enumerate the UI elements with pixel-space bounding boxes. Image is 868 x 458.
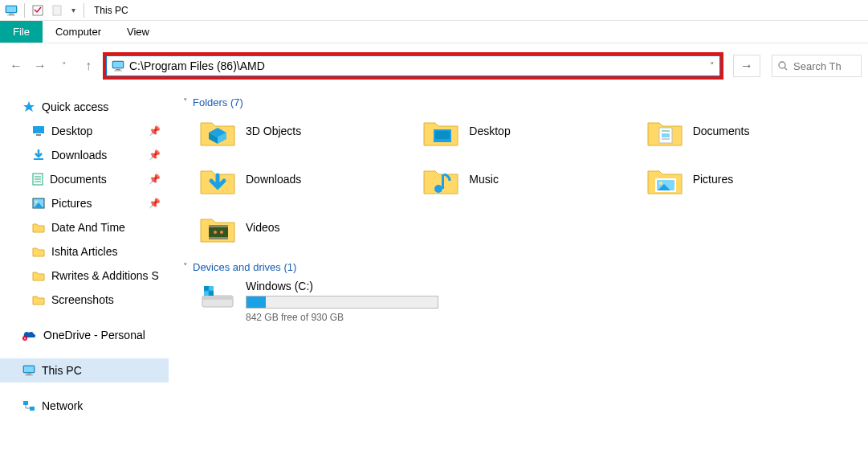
back-button[interactable]: ← [6,56,26,76]
address-bar-row: ← → ˅ ↑ ˅ → [0,43,868,88]
svg-rect-46 [209,225,228,227]
sidebar-item-pictures[interactable]: Pictures 📌 [0,191,169,215]
sidebar-quick-access[interactable]: Quick access [0,95,169,119]
sidebar-network[interactable]: Network [0,394,169,418]
capacity-fill [247,296,266,308]
svg-text:✕: ✕ [23,336,26,341]
svg-rect-7 [113,62,123,67]
folder-label: Documents [693,125,750,137]
drives-group-header[interactable]: ˅ Devices and drives (1) [183,261,854,273]
sidebar-item-desktop[interactable]: Desktop 📌 [0,119,169,143]
window-title: This PC [94,5,128,16]
svg-point-48 [214,231,217,234]
svg-rect-26 [24,366,34,372]
svg-rect-38 [662,133,670,137]
svg-rect-9 [114,71,122,72]
sidebar-label: OneDrive - Personal [43,329,145,341]
folder-pictures[interactable]: Pictures [646,163,854,195]
svg-rect-47 [209,237,228,239]
tab-file[interactable]: File [0,21,43,43]
folder-videos[interactable]: Videos [199,211,406,243]
download-icon [32,149,45,162]
folder-desktop[interactable]: Desktop [422,115,630,147]
dropdown-icon[interactable]: ▾ [71,6,75,14]
folder-icon [32,294,45,305]
search-input[interactable] [793,60,850,72]
sidebar-item-folder[interactable]: Rwrites & Additions S [0,264,169,288]
sidebar-item-folder[interactable]: Screenshots [0,288,169,312]
properties-icon[interactable] [30,2,46,18]
svg-rect-3 [7,14,15,15]
folder-label: Desktop [469,125,510,137]
chevron-down-icon: ˅ [183,262,188,272]
address-bar[interactable]: ˅ [106,55,720,76]
pc-icon[interactable] [3,2,19,18]
folder-music[interactable]: Music [422,163,630,195]
sidebar-item-documents[interactable]: Documents 📌 [0,167,169,191]
sidebar-item-label: Downloads [51,149,107,162]
sidebar-item-folder[interactable]: Date And Time [0,215,169,239]
pictures-folder-icon [646,163,683,195]
folder-label: 3D Objects [246,125,301,137]
svg-rect-14 [36,134,41,136]
sidebar-onedrive[interactable]: ✕ OneDrive - Personal [0,323,169,347]
folders-group-header[interactable]: ˅ Folders (7) [183,96,854,108]
recent-dropdown[interactable]: ˅ [55,56,74,76]
svg-rect-55 [204,292,209,296]
desktop-folder-icon [422,115,459,147]
folder-downloads[interactable]: Downloads [199,163,406,195]
sidebar-item-label: Date And Time [51,221,125,234]
search-box[interactable] [772,55,862,77]
folder-label: Videos [246,221,280,234]
pictures-icon [32,198,45,209]
svg-rect-27 [26,374,31,375]
downloads-folder-icon [199,163,236,195]
drive-windows-c[interactable]: Windows (C:) 842 GB free of 930 GB [183,280,854,323]
svg-rect-35 [435,131,450,139]
tab-view[interactable]: View [114,21,162,43]
folder-documents[interactable]: Documents [646,115,854,147]
address-input[interactable] [129,59,700,72]
sidebar-item-folder[interactable]: Ishita Articles [0,239,169,264]
svg-point-10 [779,62,785,68]
folder-icon [32,222,45,233]
pc-icon [112,60,124,72]
svg-rect-2 [9,14,14,15]
pc-icon [22,365,35,376]
svg-rect-56 [210,292,214,296]
svg-point-21 [35,201,38,203]
svg-rect-53 [204,286,209,291]
address-dropdown-icon[interactable]: ˅ [710,61,715,72]
content-pane: ˅ Folders (7) 3D Objects Desktop [169,88,868,458]
go-button[interactable]: → [733,55,760,77]
sidebar-this-pc[interactable]: This PC [0,358,169,382]
svg-rect-54 [210,286,214,291]
svg-rect-13 [33,126,44,133]
svg-rect-5 [53,6,61,15]
ribbon-tabs: File Computer View [0,21,868,43]
onedrive-icon: ✕ [22,329,37,341]
svg-line-11 [784,67,787,70]
sidebar-label: This PC [42,364,82,377]
group-label: Devices and drives (1) [193,261,296,273]
blank-doc-icon[interactable] [49,2,65,18]
sidebar-item-label: Pictures [51,197,92,210]
sidebar-item-downloads[interactable]: Downloads 📌 [0,143,169,167]
navigation-pane: Quick access Desktop 📌 Downloads 📌 Docum… [0,88,169,458]
folder-label: Pictures [693,173,734,186]
svg-point-49 [220,231,223,234]
documents-icon [32,173,43,186]
forward-button[interactable]: → [31,56,50,76]
folder-icon [32,246,45,257]
documents-folder-icon [646,115,683,147]
svg-rect-51 [202,296,233,300]
folder-3d-objects[interactable]: 3D Objects [199,115,406,147]
pin-icon: 📌 [149,174,161,185]
videos-folder-icon [199,211,236,243]
pin-icon: 📌 [149,125,161,137]
up-button[interactable]: ↑ [79,56,98,76]
folder-label: Music [469,173,499,186]
tab-computer[interactable]: Computer [43,21,114,43]
separator [24,3,25,18]
svg-point-40 [434,185,442,193]
